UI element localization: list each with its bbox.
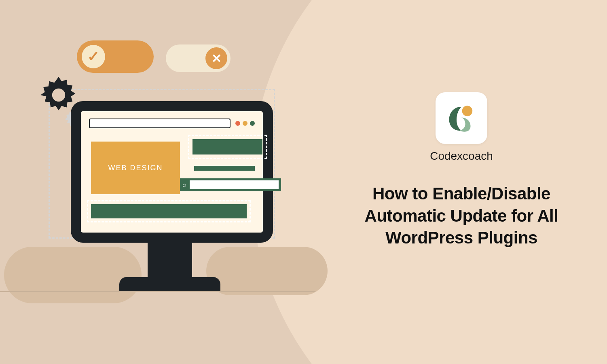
search-bar: ⌕ [180, 178, 281, 191]
monitor-screen: WEB DESIGN ⌕ [71, 101, 273, 243]
content-block [188, 135, 267, 159]
window-dot-red [235, 121, 240, 126]
web-design-card: WEB DESIGN [91, 142, 180, 194]
toggle-disabled: ✕ [166, 44, 231, 72]
codexcoach-logo [445, 102, 478, 134]
window-dot-yellow [243, 121, 247, 126]
brand-name: Codexcoach [430, 150, 493, 163]
content-panel: Codexcoach How to Enable/Disable Automat… [344, 92, 579, 249]
svg-point-2 [462, 106, 473, 116]
svg-point-0 [52, 89, 65, 102]
monitor-base [119, 277, 220, 291]
toggle-enabled: ✓ [77, 40, 154, 73]
search-field [190, 180, 279, 189]
cloud-shape [4, 247, 142, 303]
brand-logo-box [436, 92, 487, 144]
window-dot-green [250, 121, 255, 126]
cloud-shape [206, 247, 328, 295]
hero-illustration: ✓ ✕ WEB DESIGN ⌕ [12, 36, 303, 320]
search-icon: ⌕ [182, 181, 186, 188]
browser-toolbar [89, 117, 255, 129]
content-line [194, 166, 255, 171]
gear-icon [40, 77, 77, 113]
check-icon: ✓ [82, 45, 105, 68]
ground-line [0, 291, 315, 292]
monitor-stand [148, 241, 192, 281]
address-bar [89, 119, 231, 128]
content-block [87, 200, 251, 222]
article-headline: How to Enable/Disable Automatic Update f… [344, 183, 579, 249]
cross-icon: ✕ [205, 47, 227, 69]
